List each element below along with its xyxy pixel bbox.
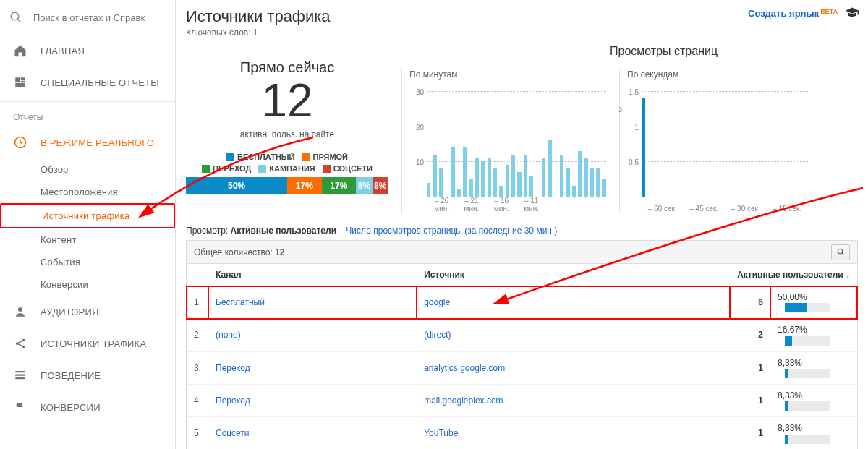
reports-group-label: Отчеты bbox=[0, 105, 175, 127]
nav-sub-conversions[interactable]: Конверсии bbox=[0, 273, 175, 296]
col-active-users[interactable]: Активные пользователи ↓ bbox=[730, 264, 857, 286]
table-row[interactable]: 5.СоцсетиYouTube18,33% bbox=[187, 417, 857, 449]
pageviews-header: Просмотры страниц bbox=[610, 45, 718, 58]
per-second-panel: › По секундам 1.5 1 0.5 – 60 сек. – 45 с… bbox=[619, 69, 808, 213]
right-now-title: Прямо сейчас bbox=[186, 59, 388, 76]
home-icon bbox=[13, 43, 27, 58]
nav-behavior[interactable]: ПОВЕДЕНИЕ bbox=[0, 359, 175, 391]
nav-conversions[interactable]: КОНВЕРСИИ bbox=[0, 391, 175, 423]
nav-realtime[interactable]: В РЕЖИМЕ РЕАЛЬНОГО bbox=[0, 127, 175, 158]
svg-line-15 bbox=[842, 253, 844, 255]
divider bbox=[0, 101, 175, 102]
nav-sub-locations[interactable]: Местоположения bbox=[0, 181, 175, 203]
per-minute-panel: По минутам 30 20 10 – 26 мин. – 21 мин. … bbox=[401, 69, 606, 213]
nav-sub-events[interactable]: События bbox=[0, 251, 175, 273]
legend: БЕСПЛАТНЫЙ ПРЯМОЙ ПЕРЕХОД КАМПАНИЯ СОЦСЕ… bbox=[186, 153, 388, 194]
per-minute-chart: 30 20 10 – 26 мин. – 21 мин. – 16 мин. –… bbox=[409, 82, 606, 213]
view-mode-row: Просмотр: Активные пользователи Число пр… bbox=[186, 226, 858, 236]
nav-sub-traffic-sources[interactable]: Источники трафика bbox=[0, 203, 175, 228]
svg-rect-11 bbox=[15, 371, 25, 372]
per-second-label: По секундам bbox=[627, 69, 808, 80]
nav-behavior-label: ПОВЕДЕНИЕ bbox=[41, 370, 101, 381]
table-row[interactable]: 2.(none)(direct)216,67% bbox=[187, 319, 857, 351]
svg-point-7 bbox=[18, 307, 22, 312]
table-search-button[interactable] bbox=[831, 244, 850, 260]
main-content: Создать ярлыкBETA Источники трафика Ключ… bbox=[176, 0, 868, 449]
search-row bbox=[0, 0, 175, 35]
nav-custom-label: СПЕЦИАЛЬНЫЕ ОТЧЕТЫ bbox=[41, 77, 159, 88]
svg-point-14 bbox=[838, 249, 843, 254]
table-row[interactable]: 4.Переходmall.googleplex.com18,33% bbox=[187, 384, 857, 416]
svg-line-1 bbox=[17, 19, 21, 22]
view-pageviews-link[interactable]: Число просмотров страницы (за последние … bbox=[346, 226, 557, 236]
nav-conversions-label: КОНВЕРСИИ bbox=[41, 402, 101, 413]
traffic-sources-table: Общее количество: 12 Канал Источник Акти… bbox=[186, 240, 858, 449]
share-icon bbox=[13, 336, 27, 351]
svg-rect-2 bbox=[15, 77, 20, 82]
svg-rect-13 bbox=[15, 377, 25, 379]
col-source[interactable]: Источник bbox=[417, 264, 730, 286]
nav-acquisition[interactable]: ИСТОЧНИКИ ТРАФИКА bbox=[0, 328, 175, 359]
nav-audience-label: АУДИТОРИЯ bbox=[41, 307, 99, 317]
search-input[interactable] bbox=[33, 12, 149, 23]
nav-audience[interactable]: АУДИТОРИЯ bbox=[0, 296, 175, 328]
nav-home[interactable]: ГЛАВНАЯ bbox=[0, 35, 175, 67]
page-subtitle: Ключевых слов: 1 bbox=[186, 27, 858, 38]
list-icon bbox=[13, 368, 27, 382]
table-row[interactable]: 3.Переходanalytics.google.com18,33% bbox=[187, 351, 857, 384]
nav-custom-reports[interactable]: СПЕЦИАЛЬНЫЕ ОТЧЕТЫ bbox=[0, 67, 175, 98]
svg-rect-3 bbox=[21, 77, 25, 80]
person-icon bbox=[13, 304, 27, 319]
total-label: Общее количество: bbox=[194, 247, 273, 257]
view-active-users[interactable]: Активные пользователи bbox=[230, 226, 336, 236]
nav-realtime-label: В РЕЖИМЕ РЕАЛЬНОГО bbox=[41, 137, 154, 148]
graduation-cap-icon[interactable] bbox=[845, 6, 859, 20]
col-channel[interactable]: Канал bbox=[208, 264, 417, 286]
nav-home-label: ГЛАВНАЯ bbox=[41, 46, 85, 56]
svg-rect-12 bbox=[15, 375, 25, 376]
flag-icon bbox=[13, 400, 27, 414]
dashboard-icon bbox=[13, 75, 27, 90]
clock-icon bbox=[13, 135, 27, 150]
svg-point-0 bbox=[11, 12, 19, 20]
total-value: 12 bbox=[275, 247, 284, 257]
right-now-caption: активн. польз. на сайте bbox=[186, 129, 388, 140]
svg-rect-4 bbox=[21, 81, 25, 82]
chevron-right-icon[interactable]: › bbox=[618, 103, 622, 116]
per-minute-label: По минутам bbox=[409, 69, 606, 80]
nav-sub-content[interactable]: Контент bbox=[0, 228, 175, 251]
top-links: Создать ярлыкBETA bbox=[748, 6, 859, 20]
svg-rect-5 bbox=[15, 83, 25, 87]
right-now-card: Прямо сейчас 12 активн. польз. на сайте … bbox=[186, 55, 388, 194]
beta-badge: BETA bbox=[820, 8, 838, 15]
table-row[interactable]: 1.Бесплатныйgoogle650,00% bbox=[187, 286, 857, 319]
per-second-chart: 1.5 1 0.5 – 60 сек. – 45 сек. – 30 сек. … bbox=[627, 82, 808, 213]
nav-acquisition-label: ИСТОЧНИКИ ТРАФИКА bbox=[41, 338, 146, 349]
create-shortcut-link[interactable]: Создать ярлыкBETA bbox=[748, 8, 838, 19]
traffic-split-bar: 50% 17% 17% 8% 8% bbox=[186, 177, 388, 194]
nav-sub-overview[interactable]: Обзор bbox=[0, 158, 175, 181]
right-now-value: 12 bbox=[186, 77, 388, 124]
search-icon bbox=[9, 10, 23, 25]
sidebar: ГЛАВНАЯ СПЕЦИАЛЬНЫЕ ОТЧЕТЫ Отчеты В РЕЖИ… bbox=[0, 0, 176, 449]
